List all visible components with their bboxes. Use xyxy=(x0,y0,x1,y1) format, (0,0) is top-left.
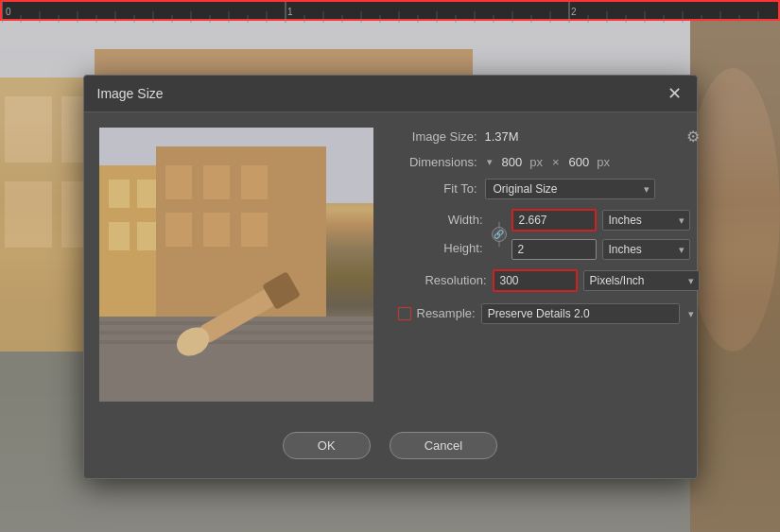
height-row: Height: xyxy=(443,241,482,255)
modal-overlay: Image Size ✕ xyxy=(0,21,780,532)
image-size-label: Image Size: xyxy=(392,129,477,144)
image-size-row: Image Size: 1.37M ⚙ xyxy=(392,128,700,146)
resample-select-wrapper: Preserve Details 2.0 Automatic Preserve … xyxy=(481,303,700,324)
svg-rect-73 xyxy=(99,317,373,402)
wh-inputs: Inches Pixels Centimeters Millimeters xyxy=(511,209,690,260)
width-input[interactable] xyxy=(511,209,597,232)
modal-title: Image Size xyxy=(97,86,164,101)
cancel-button[interactable]: Cancel xyxy=(390,432,497,459)
height-unit-select[interactable]: Inches Pixels Centimeters Millimeters xyxy=(602,239,690,260)
resolution-unit-select[interactable]: Pixels/Inch Pixels/Centimeter xyxy=(583,270,700,291)
dimensions-x: × xyxy=(552,155,560,169)
svg-rect-62 xyxy=(109,180,130,208)
modal-body: Image Size: 1.37M ⚙ Dimensions: ▾ 800 px… xyxy=(84,112,697,417)
svg-rect-76 xyxy=(99,340,373,344)
width-unit-wrapper: Inches Pixels Centimeters Millimeters xyxy=(602,210,690,231)
dimensions-label: Dimensions: xyxy=(392,155,477,169)
resolution-row: Resolution: Pixels/Inch Pixels/Centimete… xyxy=(392,269,700,292)
resample-label: Resample: xyxy=(417,306,476,320)
resolution-input[interactable] xyxy=(493,269,578,292)
image-size-value: 1.37M xyxy=(485,129,519,144)
height-unit-wrapper: Inches Pixels Centimeters Millimeters xyxy=(602,239,690,260)
svg-rect-75 xyxy=(99,331,373,335)
dimensions-row: Dimensions: ▾ 800 px × 600 px xyxy=(392,155,700,169)
svg-rect-67 xyxy=(165,165,192,199)
ruler: 0 1 xyxy=(0,0,780,21)
width-unit-select[interactable]: Inches Pixels Centimeters Millimeters xyxy=(602,210,690,231)
preview-image xyxy=(99,128,373,402)
svg-rect-70 xyxy=(165,213,192,247)
dimensions-unit-px2: px xyxy=(597,155,610,169)
width-label: Width: xyxy=(448,213,483,227)
chain-line-bottom xyxy=(498,242,500,247)
dimensions-dropdown-button[interactable]: ▾ xyxy=(485,156,494,168)
svg-rect-68 xyxy=(203,165,230,199)
resample-checkbox[interactable] xyxy=(398,307,411,320)
fit-to-label: Fit To: xyxy=(392,181,477,196)
image-size-dialog: Image Size ✕ xyxy=(83,75,698,479)
fit-to-row: Fit To: Original Size Custom xyxy=(392,179,700,199)
dimensions-height-value: 600 xyxy=(569,155,590,169)
svg-rect-69 xyxy=(241,165,268,199)
chain-connector: 🔗 xyxy=(487,209,511,260)
resolution-label: Resolution: xyxy=(392,273,487,287)
ok-button[interactable]: OK xyxy=(283,432,371,459)
height-input[interactable] xyxy=(511,239,597,260)
width-input-row: Inches Pixels Centimeters Millimeters xyxy=(511,209,690,232)
svg-text:0: 0 xyxy=(6,7,11,17)
gear-icon[interactable]: ⚙ xyxy=(686,128,700,146)
svg-rect-72 xyxy=(241,213,268,247)
fit-to-select[interactable]: Original Size Custom xyxy=(485,179,655,199)
right-panel: Image Size: 1.37M ⚙ Dimensions: ▾ 800 px… xyxy=(392,128,700,402)
height-label: Height: xyxy=(443,241,482,255)
close-button[interactable]: ✕ xyxy=(666,85,684,102)
chain-labels: Width: Height: xyxy=(392,209,487,260)
svg-rect-63 xyxy=(137,180,158,208)
modal-footer: OK Cancel xyxy=(84,417,697,478)
svg-text:1: 1 xyxy=(287,7,293,17)
modal-header: Image Size ✕ xyxy=(84,76,697,112)
height-input-row: Inches Pixels Centimeters Millimeters xyxy=(511,239,690,260)
dimensions-width-value: 800 xyxy=(502,155,523,169)
fit-to-select-wrapper: Original Size Custom xyxy=(485,179,655,199)
svg-rect-71 xyxy=(203,213,230,247)
resample-row: Resample: Preserve Details 2.0 Automatic… xyxy=(392,303,700,324)
dimensions-unit-px: px xyxy=(529,155,543,169)
svg-text:2: 2 xyxy=(571,7,577,17)
chain-line-top xyxy=(498,222,500,227)
svg-rect-64 xyxy=(109,222,130,250)
svg-rect-65 xyxy=(137,222,158,250)
chain-link-icon: 🔗 xyxy=(492,227,507,242)
resolution-unit-wrapper: Pixels/Inch Pixels/Centimeter xyxy=(583,270,700,291)
width-row: Width: xyxy=(448,213,483,227)
wh-chain-section: Width: Height: 🔗 xyxy=(392,209,700,260)
resample-select[interactable]: Preserve Details 2.0 Automatic Preserve … xyxy=(481,303,680,324)
